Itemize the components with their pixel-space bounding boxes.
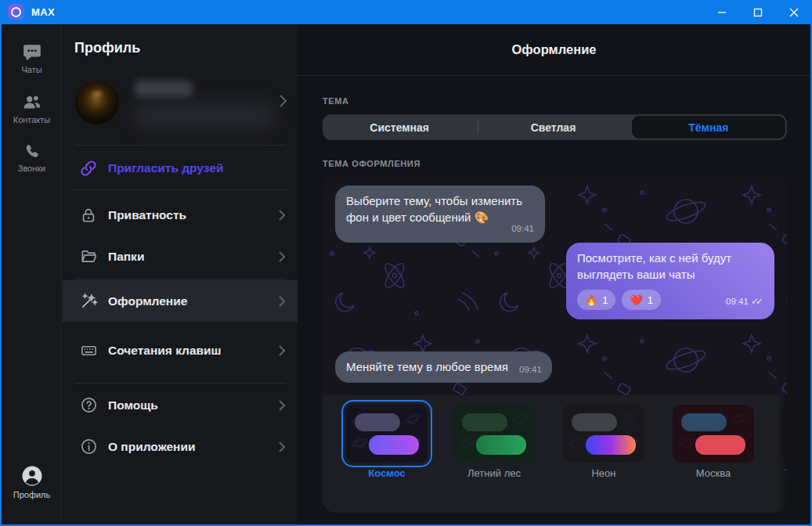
theme-label-moscow[interactable]: Москва <box>673 467 754 479</box>
theme-preview-card: Выберите тему, чтобы изменить фон и цвет… <box>323 175 787 513</box>
thumb-incoming-pill <box>462 413 507 431</box>
segment-separator <box>478 121 478 134</box>
profile-title: Профиль <box>74 40 140 56</box>
preview-message-outgoing: Посмотрите, как с ней будут выглядеть ва… <box>566 243 774 319</box>
close-icon <box>789 8 799 17</box>
nav-item-profile[interactable]: Профиль <box>2 464 62 499</box>
profile-panel: Профиль Пригласить друзей <box>63 24 298 524</box>
reaction-fire: 🔥 1 <box>577 290 615 310</box>
scroll-fade <box>776 395 787 513</box>
thumb-incoming-pill <box>355 413 400 431</box>
theme-option-dark[interactable]: Тёмная <box>631 115 786 139</box>
message-time: 09:41 <box>726 294 749 310</box>
chevron-right-icon <box>279 441 285 452</box>
appearance-title: Оформление <box>512 42 597 57</box>
theme-thumb-summer-forest[interactable] <box>453 405 535 463</box>
theme-option-light[interactable]: Светлая <box>476 114 630 140</box>
profile-icon <box>20 464 44 488</box>
theme-thumb-neon[interactable] <box>563 405 644 463</box>
nav-rail: Чаты Контакты Звонки <box>2 24 62 524</box>
theme-thumbnails-row: Космос Летний лес Неон <box>323 395 787 513</box>
chevron-right-icon <box>279 296 285 307</box>
chevron-right-icon <box>279 400 285 411</box>
menu-item-help[interactable]: Помощь <box>63 384 298 426</box>
heart-emoji-icon: ❤️ <box>630 292 642 308</box>
thumb-outgoing-pill <box>586 435 636 455</box>
thumb-incoming-pill <box>681 413 727 431</box>
appearance-header: Оформление <box>298 24 810 76</box>
maximize-icon <box>753 8 763 17</box>
theme-thumb-moscow[interactable] <box>673 405 754 463</box>
thumb-incoming-pill <box>572 413 617 431</box>
menu-label-about: О приложении <box>108 440 195 454</box>
divider <box>74 189 286 190</box>
appearance-pane: Оформление ТЕМА Системная Светлая Тёмная… <box>298 24 810 524</box>
nav-label-chats: Чаты <box>21 65 42 74</box>
nav-label-contacts: Контакты <box>13 115 51 124</box>
reaction-count: 1 <box>602 292 608 308</box>
theme-thumb-cosmos[interactable] <box>346 405 428 463</box>
menu-item-appearance[interactable]: Оформление <box>63 280 298 322</box>
menu-label-shortcuts: Сочетания клавиш <box>108 344 222 358</box>
nav-item-contacts[interactable]: Контакты <box>2 92 62 124</box>
minimize-button[interactable] <box>704 0 740 24</box>
theme-label-summer-forest[interactable]: Летний лес <box>453 467 535 479</box>
magic-wand-icon <box>79 292 98 311</box>
blurred-subtitle <box>135 103 274 129</box>
preview-message-incoming-1: Выберите тему, чтобы изменить фон и цвет… <box>335 186 545 243</box>
app-window: MAX Чаты <box>0 0 812 526</box>
info-icon <box>79 438 98 456</box>
avatar <box>75 81 119 124</box>
read-receipt-icon: ✓✓ <box>751 294 763 310</box>
message-time: 09:41 <box>511 221 534 237</box>
chevron-right-icon <box>279 210 285 221</box>
fire-emoji-icon: 🔥 <box>585 292 597 308</box>
close-button[interactable] <box>776 0 812 24</box>
minimize-icon <box>717 8 727 17</box>
chat-preview: Выберите тему, чтобы изменить фон и цвет… <box>323 175 787 395</box>
theme-section-label: ТЕМА <box>323 96 349 106</box>
thumb-outgoing-pill <box>695 435 745 455</box>
theme-option-system[interactable]: Системная <box>323 114 476 140</box>
message-text: Меняйте тему в любое время <box>346 360 508 373</box>
menu-label-help: Помощь <box>108 398 158 413</box>
chevron-right-icon <box>279 251 285 262</box>
theme-segmented-control: Системная Светлая Тёмная <box>323 114 787 140</box>
message-time: 09:41 <box>519 362 542 378</box>
max-logo-icon <box>8 4 24 20</box>
divider <box>74 383 286 384</box>
menu-item-about[interactable]: О приложении <box>63 426 298 467</box>
folder-icon <box>79 247 98 266</box>
menu-label-folders: Папки <box>108 250 144 264</box>
nav-label-profile: Профиль <box>13 490 51 499</box>
preview-message-incoming-2: Меняйте тему в любое время 09:41 <box>335 351 552 383</box>
theme-label-cosmos[interactable]: Космос <box>346 467 428 479</box>
thumb-outgoing-pill <box>369 435 419 455</box>
help-icon <box>79 396 98 415</box>
reaction-count: 1 <box>648 292 653 308</box>
message-text: Выберите тему, чтобы изменить фон и цвет… <box>346 194 522 224</box>
reaction-heart: ❤️ 1 <box>622 290 660 310</box>
app-title: MAX <box>31 6 55 18</box>
menu-item-privacy[interactable]: Приватность <box>63 194 298 236</box>
design-section-label: ТЕМА ОФОРМЛЕНИЯ <box>323 159 420 168</box>
invite-friends-row[interactable]: Пригласить друзей <box>63 147 298 189</box>
divider <box>74 279 286 279</box>
menu-item-folders[interactable]: Папки <box>63 236 298 277</box>
menu-label-appearance: Оформление <box>108 294 187 308</box>
blurred-name <box>135 81 193 97</box>
nav-item-chats[interactable]: Чаты <box>2 42 62 74</box>
theme-label-neon[interactable]: Неон <box>563 467 644 479</box>
chevron-right-icon <box>279 345 285 356</box>
invite-friends-label: Пригласить друзей <box>108 161 223 175</box>
keyboard-icon <box>79 341 98 360</box>
nav-label-calls: Звонки <box>18 164 46 173</box>
calls-icon <box>23 142 42 161</box>
maximize-button[interactable] <box>740 0 776 24</box>
menu-item-shortcuts[interactable]: Сочетания клавиш <box>63 330 298 371</box>
nav-item-calls[interactable]: Звонки <box>2 142 62 173</box>
message-text: Посмотрите, как с ней будут выглядеть ва… <box>577 251 731 281</box>
link-icon <box>79 159 98 178</box>
lock-icon <box>79 206 98 225</box>
contacts-icon <box>22 92 42 113</box>
